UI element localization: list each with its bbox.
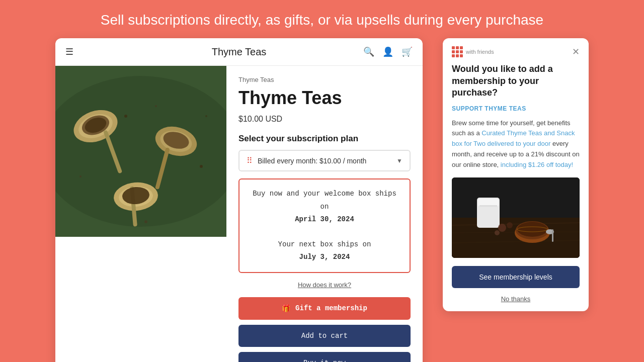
gift-membership-button[interactable]: 🎁 Gift a membership (238, 297, 411, 320)
chevron-down-icon: ▼ (396, 157, 403, 164)
logo-dot (452, 46, 455, 49)
header-icons: 🔍 👤 🛒 (363, 46, 413, 57)
plan-dropdown[interactable]: ⠿ Billed every month: $10.00 / month ▼ (238, 150, 411, 171)
product-image-container: 🔍 (55, 66, 226, 362)
svg-point-37 (495, 230, 500, 235)
see-membership-button[interactable]: See membership levels (452, 266, 580, 288)
plan-icon: ⠿ (247, 156, 253, 165)
logo-dots (452, 46, 463, 57)
logo-dot (460, 46, 463, 49)
logo-dot (456, 46, 459, 49)
how-it-works-link[interactable]: How does it work? (238, 280, 411, 289)
svg-rect-28 (479, 205, 497, 207)
header-left: ☰ (65, 46, 73, 57)
cart-icon[interactable]: 🛒 (401, 46, 413, 57)
upsell-modal-panel: with friends ✕ Would you like to add a m… (443, 38, 589, 311)
modal-image-illustration (452, 177, 580, 258)
modal-body: Would you like to add a membership to yo… (443, 63, 589, 311)
plan-text: Billed every month: $10.00 / month (258, 157, 391, 165)
svg-point-16 (155, 105, 157, 107)
close-icon[interactable]: ✕ (572, 46, 580, 57)
logo-dot (452, 54, 455, 57)
buy-it-now-button[interactable]: Buy it now (238, 352, 411, 362)
account-icon[interactable]: 👤 (382, 46, 393, 57)
modal-logo: with friends (452, 46, 494, 57)
modal-brand: SUPPORT THYME TEAS (452, 105, 580, 112)
page-headline: Sell subscriptions directly, as gifts, o… (80, 0, 564, 38)
search-icon[interactable]: 🔍 (363, 46, 374, 57)
product-info: Thyme Teas Thyme Teas $10.00 USD Select … (226, 66, 423, 362)
product-area: 🔍 (55, 66, 423, 362)
svg-point-20 (144, 220, 147, 223)
svg-point-35 (498, 224, 506, 232)
add-to-cart-button[interactable]: Add to cart (238, 325, 411, 347)
product-illustration (55, 66, 226, 237)
modal-description: Brew some time for yourself, get benefit… (452, 118, 580, 170)
svg-point-18 (79, 175, 82, 177)
discount-link[interactable]: including $1.26 off today! (501, 161, 573, 168)
no-thanks-link[interactable]: No thanks (452, 294, 580, 303)
gift-icon: 🎁 (282, 304, 290, 313)
panels-container: ☰ Thyme Teas 🔍 👤 🛒 🔍 (0, 38, 644, 362)
logo-dot (456, 50, 459, 53)
svg-rect-27 (478, 199, 499, 206)
store-title: Thyme Teas (212, 46, 267, 58)
breadcrumb: Thyme Teas (238, 76, 411, 83)
shipping-text: Buy now and your welcome box ships on Ap… (248, 188, 401, 263)
logo-dot (456, 54, 459, 57)
product-title: Thyme Teas (238, 87, 411, 109)
modal-question: Would you like to add a membership to yo… (452, 63, 580, 99)
product-price: $10.00 USD (238, 115, 411, 124)
product-image: 🔍 (55, 66, 226, 237)
hamburger-icon[interactable]: ☰ (65, 46, 73, 57)
store-header: ☰ Thyme Teas 🔍 👤 🛒 (55, 38, 423, 66)
modal-header: with friends ✕ (443, 38, 589, 63)
modal-product-image (452, 177, 580, 258)
logo-dot (452, 50, 455, 53)
svg-point-15 (124, 115, 127, 118)
subscription-label: Select your subscription plan (238, 134, 411, 144)
svg-point-17 (200, 165, 203, 168)
logo-dot (460, 50, 463, 53)
logo-text: with friends (466, 49, 494, 55)
product-page-panel: ☰ Thyme Teas 🔍 👤 🛒 🔍 (55, 38, 423, 362)
svg-point-31 (517, 222, 547, 237)
svg-rect-34 (552, 229, 553, 242)
shipping-info-box: Buy now and your welcome box ships on Ap… (238, 178, 411, 273)
logo-dot (460, 54, 463, 57)
svg-point-19 (205, 115, 207, 117)
svg-point-36 (507, 222, 513, 228)
